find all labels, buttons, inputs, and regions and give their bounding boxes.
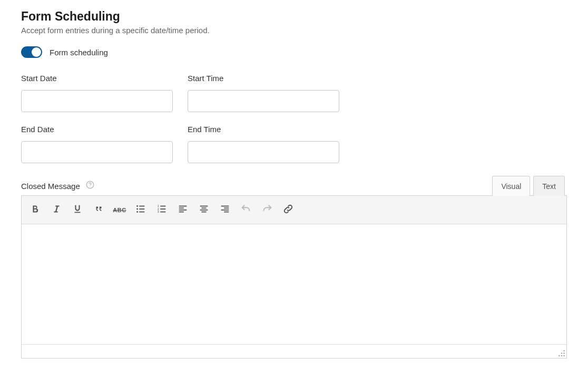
form-scheduling-toggle-label: Form scheduling (50, 48, 108, 57)
bold-button[interactable] (25, 200, 46, 221)
svg-point-28 (564, 355, 565, 356)
svg-point-30 (561, 355, 562, 356)
page-description: Accept form entries during a specific da… (21, 26, 567, 35)
svg-rect-21 (201, 211, 206, 212)
link-button[interactable] (278, 200, 299, 221)
end-date-input[interactable] (21, 141, 173, 163)
strikethrough-button[interactable]: ABC (109, 200, 130, 221)
svg-rect-16 (179, 209, 187, 210)
svg-rect-14 (179, 205, 187, 206)
start-time-label: Start Time (188, 74, 339, 83)
svg-rect-24 (221, 209, 229, 210)
italic-button[interactable] (46, 200, 67, 221)
svg-rect-23 (224, 207, 229, 208)
svg-point-1 (90, 186, 90, 187)
help-icon[interactable] (85, 180, 95, 192)
start-date-input[interactable] (21, 90, 173, 112)
align-right-button[interactable] (214, 200, 236, 221)
underline-icon (72, 203, 83, 217)
svg-rect-25 (224, 211, 229, 212)
page-title: Form Scheduling (21, 9, 567, 24)
svg-rect-7 (139, 211, 144, 212)
bold-icon (30, 203, 41, 217)
svg-point-27 (564, 353, 565, 354)
svg-point-31 (558, 355, 560, 356)
svg-rect-3 (139, 205, 144, 206)
list-ol-icon: 123 (156, 203, 168, 217)
strikethrough-icon: ABC (113, 207, 126, 213)
svg-point-29 (561, 353, 562, 354)
end-date-label: End Date (21, 125, 173, 134)
tab-text[interactable]: Text (533, 176, 565, 196)
svg-rect-9 (160, 205, 165, 206)
italic-icon (51, 203, 62, 217)
svg-rect-5 (139, 208, 144, 210)
blockquote-button[interactable] (88, 200, 109, 221)
editor-path-bar (22, 344, 566, 358)
svg-rect-19 (201, 207, 206, 208)
svg-point-4 (136, 208, 138, 210)
align-center-icon (198, 203, 210, 217)
start-date-label: Start Date (21, 74, 173, 83)
svg-rect-18 (200, 205, 208, 206)
closed-message-label: Closed Message (21, 182, 80, 191)
svg-rect-22 (221, 205, 229, 206)
align-left-icon (177, 203, 189, 217)
editor-toolbar: ABC 123 (22, 196, 566, 224)
align-left-button[interactable] (172, 200, 193, 221)
svg-point-26 (564, 350, 565, 351)
redo-icon (261, 203, 273, 217)
form-scheduling-toggle[interactable] (21, 46, 42, 58)
list-ul-icon (135, 203, 146, 217)
svg-text:3: 3 (158, 210, 159, 213)
undo-icon (240, 203, 252, 217)
tab-visual[interactable]: Visual (492, 176, 530, 196)
svg-point-6 (136, 211, 138, 213)
rich-text-editor: ABC 123 (21, 195, 567, 359)
bulleted-list-button[interactable] (130, 200, 151, 221)
numbered-list-button[interactable]: 123 (151, 200, 172, 221)
svg-rect-13 (160, 211, 165, 212)
closed-message-editor[interactable] (22, 224, 566, 344)
quote-icon (93, 203, 104, 217)
toggle-knob (32, 47, 41, 57)
redo-button[interactable] (257, 200, 278, 221)
link-icon (282, 203, 294, 217)
align-right-icon (219, 203, 231, 217)
end-time-input[interactable] (188, 141, 339, 163)
undo-button[interactable] (236, 200, 257, 221)
end-time-label: End Time (188, 125, 339, 134)
svg-rect-20 (200, 209, 208, 210)
svg-rect-15 (179, 207, 184, 208)
svg-rect-11 (160, 208, 165, 210)
svg-rect-17 (179, 211, 184, 212)
align-center-button[interactable] (193, 200, 214, 221)
start-time-input[interactable] (188, 90, 339, 112)
svg-point-2 (136, 205, 138, 207)
underline-button[interactable] (67, 200, 88, 221)
